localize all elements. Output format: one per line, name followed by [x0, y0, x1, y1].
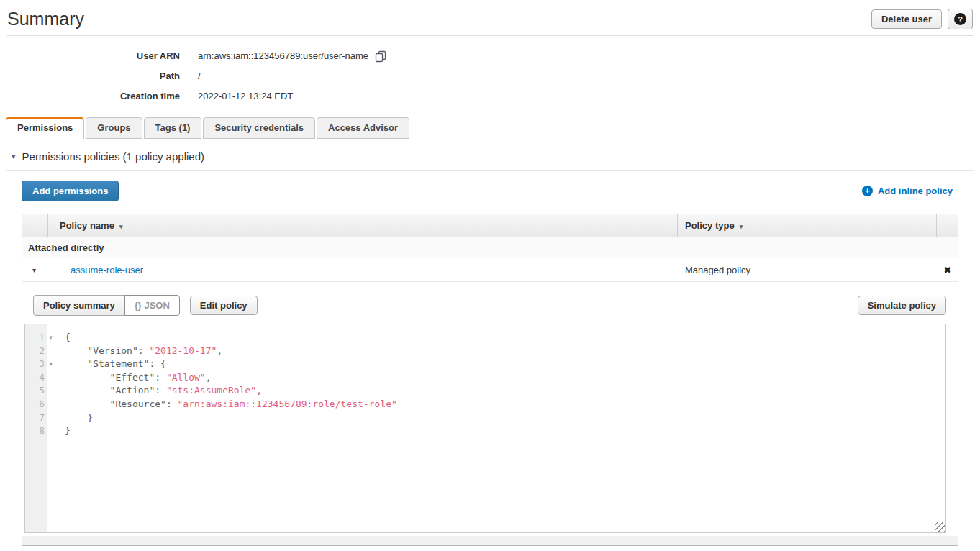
permissions-tab-panel: ▾ Permissions policies (1 policy applied… [6, 139, 974, 551]
add-inline-policy-link[interactable]: + Add inline policy [862, 186, 953, 196]
section-divider [6, 170, 974, 171]
attached-directly-group-row: Attached directly [22, 237, 958, 258]
delete-user-button[interactable]: Delete user [871, 9, 942, 29]
plus-icon: + [862, 186, 873, 196]
help-icon: ? [954, 13, 966, 25]
row-expander-icon[interactable]: ▾ [22, 258, 47, 281]
fold-icon: ▾ [45, 331, 57, 345]
permissions-policies-section-header[interactable]: ▾ Permissions policies (1 policy applied… [6, 139, 974, 163]
edit-policy-button[interactable]: Edit policy [190, 296, 258, 315]
add-permissions-button[interactable]: Add permissions [22, 181, 119, 201]
policy-view-toggle: Policy summary {} JSON [33, 295, 180, 316]
collapse-caret-icon: ▾ [12, 152, 16, 161]
sort-caret-icon: ▾ [740, 223, 743, 230]
simulate-policy-button[interactable]: Simulate policy [858, 296, 946, 315]
field-row-user-arn: User ARN arn:aws:iam::123456789:user/use… [0, 45, 980, 65]
iam-user-summary-page: Summary Delete user ? User ARN arn:aws:i… [0, 0, 980, 551]
field-row-path: Path / [0, 65, 980, 86]
detach-policy-icon[interactable]: ✖ [944, 265, 952, 275]
path-label: Path [0, 70, 180, 81]
summary-fields: User ARN arn:aws:iam::123456789:user/use… [0, 45, 980, 106]
policy-detail-toolbar: Policy summary {} JSON Edit policy Simul… [33, 295, 946, 316]
policy-name-column-header[interactable]: Policy name ▾ [47, 214, 677, 237]
actions-column-header [936, 214, 958, 237]
tab-groups[interactable]: Groups [86, 117, 142, 139]
policy-table: Policy name ▾ Policy type ▾ Attached dir… [22, 214, 958, 546]
expanded-row-footer [22, 536, 958, 546]
json-toggle-button[interactable]: {} JSON [124, 295, 180, 316]
expander-column-header [22, 214, 47, 237]
tab-security-credentials[interactable]: Security credentials [203, 117, 315, 139]
policy-summary-toggle-button[interactable]: Policy summary [33, 295, 125, 316]
policy-table-row: ▾ assume-role-user Managed policy ✖ [22, 258, 958, 282]
sort-caret-icon: ▾ [119, 223, 123, 230]
header-actions: Delete user ? [871, 9, 973, 29]
user-arn-value: arn:aws:iam::123456789:user/user-name [198, 50, 368, 61]
creation-time-value: 2022-01-12 13:24 EDT [198, 91, 293, 101]
user-arn-label: User ARN [0, 50, 180, 61]
help-button[interactable]: ? [948, 9, 973, 29]
copy-icon[interactable] [375, 50, 386, 63]
page-header: Summary Delete user ? [0, 0, 980, 29]
policy-table-header: Policy name ▾ Policy type ▾ [22, 214, 958, 237]
editor-gutter: 1▾ 2 3▾ 4 5 6 7 8 [25, 324, 58, 532]
path-value: / [198, 70, 201, 81]
editor-resize-handle[interactable] [935, 522, 945, 532]
json-policy-editor[interactable]: 1▾ 2 3▾ 4 5 6 7 8 { "Version": "2012-10-… [24, 324, 946, 533]
policy-name-link[interactable]: assume-role-user [71, 265, 143, 276]
permissions-policies-heading: Permissions policies (1 policy applied) [22, 150, 204, 163]
fold-icon: ▾ [45, 358, 57, 371]
editor-code-area: { "Version": "2012-10-17", "Statement": … [58, 324, 945, 532]
header-divider [7, 35, 973, 36]
permissions-toolbar: Add permissions + Add inline policy [22, 181, 953, 201]
policy-type-column-header[interactable]: Policy type ▾ [677, 214, 936, 237]
tab-access-advisor[interactable]: Access Advisor [317, 117, 409, 139]
policy-type-value: Managed policy [678, 258, 937, 281]
creation-time-label: Creation time [0, 91, 180, 101]
tab-permissions[interactable]: Permissions [6, 117, 84, 139]
field-row-creation-time: Creation time 2022-01-12 13:24 EDT [0, 86, 980, 106]
page-title: Summary [7, 9, 84, 29]
tab-bar: Permissions Groups Tags (1) Security cre… [6, 117, 980, 139]
tab-tags[interactable]: Tags (1) [144, 117, 202, 139]
add-inline-policy-label: Add inline policy [878, 186, 953, 196]
policy-detail-panel: Policy summary {} JSON Edit policy Simul… [22, 295, 958, 546]
